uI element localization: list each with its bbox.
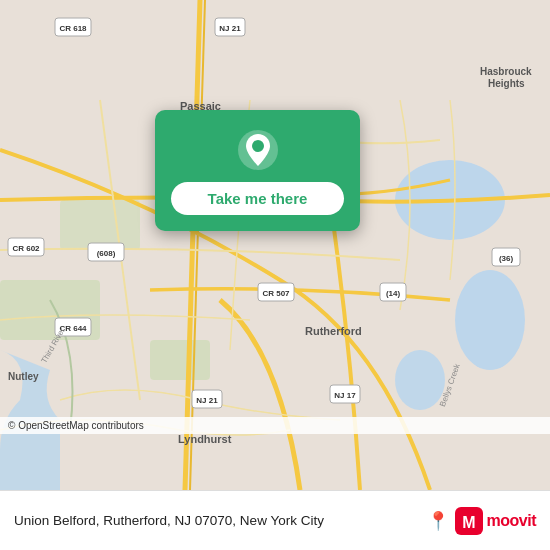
svg-point-2 (455, 270, 525, 370)
svg-text:Rutherford: Rutherford (305, 325, 362, 337)
moovit-label: moovit (487, 512, 536, 530)
svg-point-36 (252, 140, 264, 152)
svg-text:(608): (608) (97, 249, 116, 258)
svg-text:NJ 21: NJ 21 (219, 24, 241, 33)
svg-text:CR 507: CR 507 (262, 289, 290, 298)
take-me-there-button[interactable]: Take me there (171, 182, 344, 215)
svg-text:CR 618: CR 618 (59, 24, 87, 33)
moovit-logo: M moovit (455, 507, 536, 535)
svg-text:NJ 17: NJ 17 (334, 391, 356, 400)
svg-text:Hasbrouck: Hasbrouck (480, 66, 532, 77)
map-container: CR 618 NJ 21 CR 602 (608) CR 644 CR 507 … (0, 0, 550, 490)
svg-point-3 (395, 350, 445, 410)
attribution-text: © OpenStreetMap contributors (8, 420, 144, 431)
svg-text:Lyndhurst: Lyndhurst (178, 433, 232, 445)
svg-text:M: M (462, 514, 475, 531)
svg-text:Nutley: Nutley (8, 371, 39, 382)
svg-text:NJ 21: NJ 21 (196, 396, 218, 405)
bottom-bar: Union Belford, Rutherford, NJ 07070, New… (0, 490, 550, 550)
location-pin-icon (236, 128, 280, 172)
svg-text:(36): (36) (499, 254, 514, 263)
svg-text:Heights: Heights (488, 78, 525, 89)
svg-text:(14): (14) (386, 289, 401, 298)
popup-card: Take me there (155, 110, 360, 231)
location-text: Union Belford, Rutherford, NJ 07070, New… (14, 512, 421, 530)
svg-text:CR 602: CR 602 (12, 244, 40, 253)
attribution-bar: © OpenStreetMap contributors (0, 417, 550, 434)
location-emoji: 📍 (427, 510, 449, 532)
svg-rect-5 (150, 340, 210, 380)
moovit-brand-icon: M (455, 507, 483, 535)
